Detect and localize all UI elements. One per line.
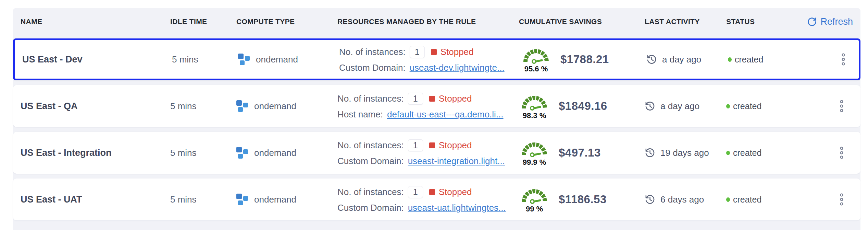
resource-label: Custom Domain: xyxy=(337,203,404,213)
kebab-menu-icon xyxy=(839,99,844,113)
row-actions-menu-button[interactable] xyxy=(839,193,853,206)
savings-percent: 98.3 % xyxy=(523,111,546,120)
last-activity-cell: a day ago xyxy=(646,54,728,65)
resource-link-line: Host name: default-us-east---qa.demo.li.… xyxy=(337,109,519,120)
column-header-resources: RESOURCES MANAGED BY THE RULE xyxy=(337,18,519,26)
compute-type-value: ondemand xyxy=(256,54,298,65)
resources-cell: No. of instances: 1 Stopped Custom Domai… xyxy=(337,139,519,166)
status-value: created xyxy=(733,195,761,205)
table-header: NAME IDLE TIME COMPUTE TYPE RESOURCES MA… xyxy=(13,8,860,35)
last-activity-value: 19 days ago xyxy=(660,148,709,158)
compute-type-cell: ondemand xyxy=(236,193,337,206)
instances-label: No. of instances: xyxy=(337,187,404,197)
column-header-status: STATUS xyxy=(726,18,808,26)
history-clock-icon xyxy=(645,148,655,158)
rules-table: NAME IDLE TIME COMPUTE TYPE RESOURCES MA… xyxy=(13,8,860,230)
idle-time-value: 5 mins xyxy=(170,194,236,205)
savings-cell: 99 % $1186.53 xyxy=(519,186,645,214)
row-actions-menu-button[interactable] xyxy=(841,53,855,66)
gauge-arc-icon xyxy=(521,46,551,64)
gauge-arc-icon xyxy=(519,186,550,204)
resource-label: Custom Domain: xyxy=(337,156,404,166)
resource-label: Host name: xyxy=(337,109,383,120)
savings-percent: 99 % xyxy=(526,205,543,214)
rule-name: US East - QA xyxy=(21,101,170,112)
savings-percent: 95.6 % xyxy=(524,65,548,73)
last-activity-value: 6 days ago xyxy=(660,194,704,205)
kebab-menu-icon xyxy=(841,53,846,66)
compute-type-value: ondemand xyxy=(254,194,296,205)
rule-name: US East - Dev xyxy=(22,54,172,65)
savings-amount: $497.13 xyxy=(559,146,601,159)
table-row[interactable]: US East - QA 5 mins ondemand No. of inst… xyxy=(13,85,860,127)
savings-amount: $1186.53 xyxy=(559,193,607,206)
savings-cell: 95.6 % $1788.21 xyxy=(521,46,646,73)
savings-cell: 98.3 % $1849.16 xyxy=(519,92,645,120)
rule-name: US East - Integration xyxy=(21,148,170,158)
status-cell: created xyxy=(726,148,808,158)
history-clock-icon xyxy=(646,54,657,65)
table-row[interactable]: US East - Integration 5 mins ondemand No… xyxy=(13,132,860,174)
idle-time-value: 5 mins xyxy=(170,101,236,112)
resource-link-line: Custom Domain: useast-integration.light.… xyxy=(337,156,519,166)
instances-label: No. of instances: xyxy=(337,93,404,104)
instance-state: Stopped xyxy=(441,47,474,57)
status-dot-icon xyxy=(728,57,732,62)
refresh-cell: Refresh xyxy=(807,16,853,27)
gauge-arc-icon xyxy=(519,139,550,158)
stopped-square-icon xyxy=(429,189,435,195)
resource-link[interactable]: useast-integration.light... xyxy=(408,156,505,166)
savings-gauge: 98.3 % xyxy=(519,92,550,120)
table-row[interactable]: US East - Dev 5 mins ondemand No. of ins… xyxy=(13,38,860,80)
compute-type-value: ondemand xyxy=(254,148,296,158)
resource-link[interactable]: useast-uat.lightwingtes... xyxy=(408,203,506,213)
last-activity-value: a day ago xyxy=(662,54,701,65)
refresh-button[interactable]: Refresh xyxy=(807,16,853,27)
column-header-cumulative-savings: CUMULATIVE SAVINGS xyxy=(519,18,645,26)
resource-link[interactable]: useast-dev.lightwingte... xyxy=(410,62,505,73)
instances-count: 1 xyxy=(410,46,425,58)
instances-count: 1 xyxy=(408,186,423,198)
last-activity-cell: 6 days ago xyxy=(645,194,726,205)
compute-type-value: ondemand xyxy=(254,101,296,112)
history-clock-icon xyxy=(645,101,655,112)
kebab-menu-icon xyxy=(839,146,844,160)
status-value: created xyxy=(733,101,761,111)
resource-link-line: Custom Domain: useast-uat.lightwingtes..… xyxy=(337,203,519,213)
resources-cell: No. of instances: 1 Stopped Custom Domai… xyxy=(339,46,521,73)
savings-percent: 99.9 % xyxy=(523,158,546,167)
column-header-name: NAME xyxy=(21,18,170,26)
table-row[interactable]: US East - UAT 5 mins ondemand No. of ins… xyxy=(13,179,860,220)
compute-cluster-icon xyxy=(238,53,250,66)
instances-line: No. of instances: 1 Stopped xyxy=(337,93,519,105)
status-cell: created xyxy=(726,101,808,111)
instances-line: No. of instances: 1 Stopped xyxy=(339,46,521,58)
resource-link-line: Custom Domain: useast-dev.lightwingte... xyxy=(339,62,521,73)
stopped-square-icon xyxy=(431,49,437,55)
column-header-last-activity: LAST ACTIVITY xyxy=(645,18,726,26)
status-dot-icon xyxy=(726,151,730,155)
savings-cell: 99.9 % $497.13 xyxy=(519,139,645,167)
savings-amount: $1849.16 xyxy=(559,100,607,113)
instances-line: No. of instances: 1 Stopped xyxy=(337,139,519,151)
compute-type-cell: ondemand xyxy=(236,100,337,112)
resource-link[interactable]: default-us-east---qa.demo.li... xyxy=(387,109,504,120)
row-actions-menu-button[interactable] xyxy=(839,99,853,113)
row-actions-menu-button[interactable] xyxy=(839,146,853,160)
last-activity-cell: a day ago xyxy=(645,101,726,112)
instances-line: No. of instances: 1 Stopped xyxy=(337,186,519,198)
stopped-square-icon xyxy=(429,96,435,102)
instances-count: 1 xyxy=(408,139,423,151)
rules-table-body: US East - Dev 5 mins ondemand No. of ins… xyxy=(13,38,860,220)
status-cell: created xyxy=(726,195,808,205)
column-header-idle-time: IDLE TIME xyxy=(170,18,236,26)
resource-label: Custom Domain: xyxy=(339,62,406,73)
column-header-compute-type: COMPUTE TYPE xyxy=(236,18,337,26)
instance-state: Stopped xyxy=(439,140,472,151)
savings-gauge: 99 % xyxy=(519,186,550,214)
instance-state: Stopped xyxy=(439,187,472,197)
gauge-arc-icon xyxy=(519,92,550,111)
idle-time-value: 5 mins xyxy=(172,54,238,65)
history-clock-icon xyxy=(645,194,655,205)
status-cell: created xyxy=(728,55,810,65)
